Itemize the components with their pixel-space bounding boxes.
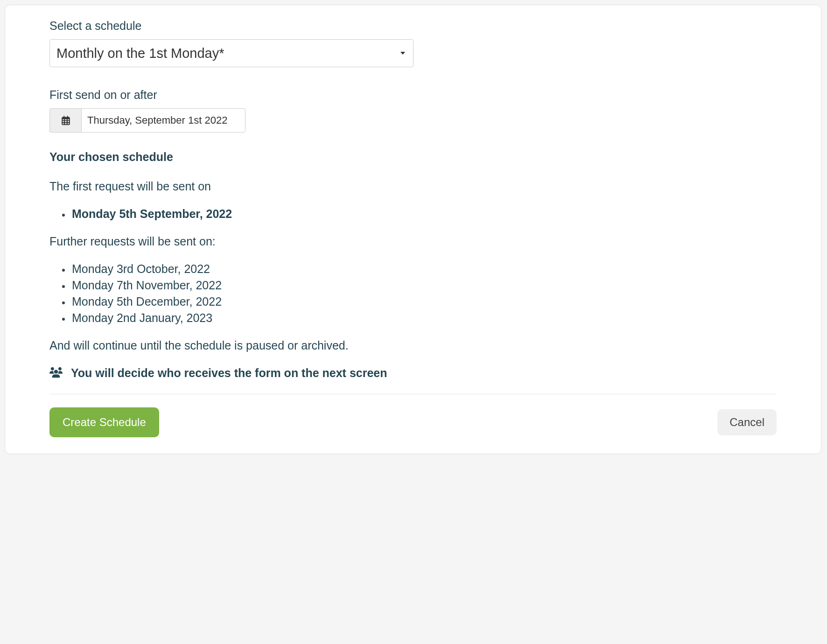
recipients-info-row: You will decide who receives the form on…: [49, 366, 777, 380]
card-body: Select a schedule Monthly on the 1st Mon…: [5, 5, 821, 454]
first-send-date-value: Thursday, September 1st 2022: [81, 108, 245, 133]
create-schedule-button[interactable]: Create Schedule: [49, 407, 159, 437]
button-row: Create Schedule Cancel: [49, 407, 777, 437]
further-date-item: Monday 5th December, 2022: [71, 295, 777, 308]
schedule-select-value: Monthly on the 1st Monday*: [49, 39, 414, 67]
further-date-item: Monday 3rd October, 2022: [71, 262, 777, 276]
continue-text: And will continue until the schedule is …: [49, 339, 777, 352]
users-icon: [49, 367, 63, 380]
first-request-date: Monday 5th September, 2022: [71, 207, 777, 221]
first-send-date-input[interactable]: Thursday, September 1st 2022: [49, 108, 245, 133]
schedule-card: Select a schedule Monthly on the 1st Mon…: [5, 5, 821, 454]
chosen-schedule-heading: Your chosen schedule: [49, 150, 777, 164]
first-request-text: The first request will be sent on: [49, 180, 777, 193]
further-date-item: Monday 7th November, 2022: [71, 279, 777, 292]
schedule-select-label: Select a schedule: [49, 19, 777, 33]
calendar-icon: [49, 108, 81, 133]
recipients-info-text: You will decide who receives the form on…: [71, 366, 387, 380]
cancel-button[interactable]: Cancel: [717, 409, 777, 435]
first-request-date-list: Monday 5th September, 2022: [49, 207, 777, 221]
divider: [49, 394, 777, 394]
further-requests-text: Further requests will be sent on:: [49, 235, 777, 248]
further-dates-list: Monday 3rd October, 2022 Monday 7th Nove…: [49, 262, 777, 325]
further-date-item: Monday 2nd January, 2023: [71, 311, 777, 325]
schedule-select[interactable]: Monthly on the 1st Monday*: [49, 39, 414, 67]
first-send-label: First send on or after: [49, 88, 777, 102]
